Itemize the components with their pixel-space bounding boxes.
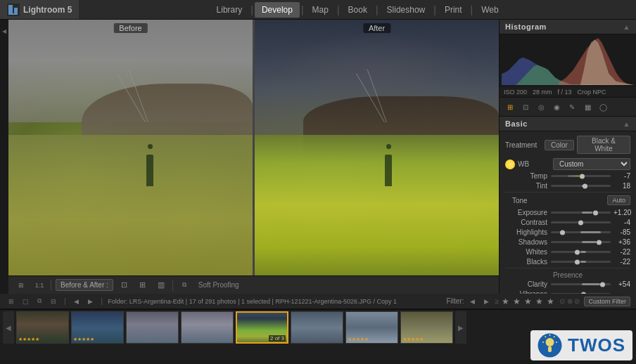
film-thumb-2[interactable]: ★★★★★	[71, 311, 124, 344]
svg-line-7	[545, 337, 547, 338]
clarity-thumb[interactable]	[600, 282, 605, 287]
compare-right-btn[interactable]: ⊞	[136, 278, 150, 292]
exposure-slider[interactable]	[551, 212, 611, 214]
highlights-value: -85	[611, 228, 630, 236]
highlights-slider[interactable]	[551, 231, 611, 233]
next-photo-btn[interactable]: ▶	[85, 296, 96, 307]
before-after-btn[interactable]: Before & After :	[56, 279, 113, 291]
selected-count: 1 selected	[241, 298, 270, 305]
filter-stars-3[interactable]: ★	[524, 297, 533, 306]
basic-section-content: Treatment Color Black & White WB Custom …	[500, 131, 636, 294]
filter-stars-2[interactable]: ★	[513, 297, 521, 306]
bottom-toolbar: ⊞ 1:1 Before & After : ⊡ ⊞ ▥ ⧉ Soft Proo…	[8, 275, 499, 294]
filter-stars-5[interactable]: ★	[547, 297, 555, 306]
survey-view-btn[interactable]: ⊟	[48, 296, 59, 307]
brush-tool-icon[interactable]: ✎	[566, 100, 578, 113]
whites-thumb[interactable]	[575, 249, 580, 254]
loupe-view-btn[interactable]: ▢	[20, 296, 31, 307]
vibrance-label: Vibrance	[505, 290, 551, 294]
comparison-area: Before Af	[8, 20, 499, 275]
filter-next-btn[interactable]: ▶	[481, 296, 492, 307]
filter-stars-4[interactable]: ★	[535, 297, 544, 306]
before-label: Before	[113, 23, 147, 33]
copy-paste-btn[interactable]: ⧉	[177, 278, 191, 292]
basic-label: Basic	[505, 119, 528, 128]
whites-fill	[580, 251, 587, 253]
nav-print[interactable]: Print	[438, 2, 469, 18]
wb-eyedropper-icon[interactable]	[505, 160, 515, 169]
aperture-info: f / 13	[558, 89, 572, 96]
film-thumb-4[interactable]	[181, 311, 234, 344]
compare-view-btn[interactable]: ⧉	[34, 296, 45, 307]
contrast-value: -4	[611, 219, 630, 226]
nav-library[interactable]: Library	[210, 2, 250, 18]
tone-label: Tone	[505, 197, 535, 204]
blacks-value: -22	[611, 258, 630, 266]
zoom-fit-btn[interactable]: ⊞	[14, 278, 28, 292]
film-thumb-3[interactable]	[126, 311, 179, 344]
film-thumb-5[interactable]: 2 of 3	[236, 311, 288, 344]
highlights-thumb[interactable]	[560, 230, 565, 235]
basic-section-header[interactable]: Basic ▲	[500, 117, 636, 131]
whites-slider[interactable]	[551, 251, 611, 253]
vibrance-thumb[interactable]	[581, 292, 586, 294]
filter-stars-1[interactable]: ★	[502, 297, 510, 306]
film-thumb-7[interactable]: ★★★★★	[345, 311, 398, 344]
grid-view-btn[interactable]: ⊞	[6, 296, 17, 307]
basic-tool-icon[interactable]: ⊞	[504, 100, 516, 113]
gradient-tool-icon[interactable]: ▦	[581, 100, 594, 113]
nav-slideshow[interactable]: Slideshow	[380, 2, 433, 18]
wb-select[interactable]: Custom	[553, 158, 630, 170]
develop-tools-row: ⊞ ⊡ ◎ ◉ ✎ ▦ ◯	[500, 98, 636, 117]
right-panel: Histogram ▲ ISO 200 28 mm f / 13 C	[499, 20, 636, 294]
histogram-header[interactable]: Histogram ▲	[500, 20, 636, 34]
redeye-tool-icon[interactable]: ◉	[550, 100, 563, 113]
compare-split-btn[interactable]: ▥	[154, 278, 168, 292]
blacks-slider[interactable]	[551, 261, 611, 263]
filmstrip-prev-btn[interactable]: ◀	[3, 311, 14, 344]
soft-proofing-label: Soft Proofing	[198, 281, 239, 289]
film-thumb-6[interactable]	[291, 311, 343, 344]
shadows-fill	[582, 241, 597, 243]
radial-tool-icon[interactable]: ◯	[597, 100, 609, 113]
vibrance-slider[interactable]	[551, 293, 611, 294]
shadows-thumb[interactable]	[597, 240, 602, 245]
temp-label: Temp	[505, 172, 551, 180]
nav-develop[interactable]: Develop	[255, 2, 300, 18]
crop-tool-icon[interactable]: ⊡	[519, 100, 532, 113]
tint-thumb[interactable]	[583, 183, 587, 188]
exposure-thumb[interactable]	[593, 210, 598, 215]
exposure-label: Exposure	[505, 209, 551, 216]
auto-tone-btn[interactable]: Auto	[607, 195, 630, 205]
presence-label: Presence	[505, 271, 630, 279]
color-treatment-btn[interactable]: Color	[545, 140, 574, 150]
toolbar-sep-2	[172, 280, 173, 291]
spot-heal-tool-icon[interactable]: ◎	[535, 100, 547, 113]
nav-web[interactable]: Web	[474, 2, 505, 18]
filter-prev-btn[interactable]: ◀	[466, 296, 478, 307]
filmstrip-top-bar: ⊞ ▢ ⧉ ⊟ | ◀ ▶ | Folder: LRS-Argentina-Ed…	[0, 294, 636, 309]
film-thumb-8[interactable]: ★★★★★	[400, 311, 453, 344]
blacks-thumb[interactable]	[575, 259, 580, 264]
photo-counter-5: 2 of 3	[269, 335, 286, 342]
after-panel: After	[253, 20, 499, 275]
nav-map[interactable]: Map	[305, 2, 336, 18]
temp-thumb[interactable]	[580, 174, 585, 178]
shadows-slider[interactable]	[551, 241, 611, 243]
prev-photo-btn[interactable]: ◀	[71, 296, 82, 307]
nav-book[interactable]: Book	[341, 2, 374, 18]
filmstrip-next-btn[interactable]: ▶	[455, 311, 466, 344]
film-thumb-1[interactable]: ★★★★★	[16, 311, 69, 344]
divider-1	[505, 192, 630, 193]
bw-treatment-btn[interactable]: Black & White	[577, 136, 630, 154]
camera-info-bar: ISO 200 28 mm f / 13 Crop NPC	[500, 87, 636, 98]
clarity-slider[interactable]	[551, 283, 611, 285]
zoom-1-1-btn[interactable]: 1:1	[32, 278, 46, 292]
temp-slider[interactable]	[551, 175, 611, 177]
contrast-thumb[interactable]	[578, 220, 583, 225]
tint-slider[interactable]	[551, 185, 611, 187]
custom-filter-btn[interactable]: Custom Filter	[584, 297, 630, 306]
contrast-slider[interactable]	[551, 221, 611, 223]
compare-left-btn[interactable]: ⊡	[117, 278, 132, 292]
clarity-fill	[582, 283, 600, 285]
